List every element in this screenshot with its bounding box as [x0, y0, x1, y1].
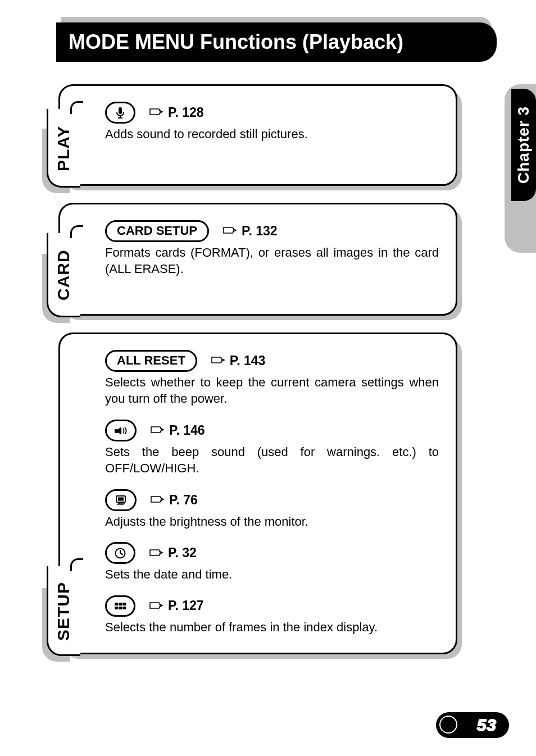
tab-play: PLAY — [47, 109, 80, 188]
svg-rect-11 — [119, 607, 122, 609]
page-ref: P. 127 — [149, 597, 204, 614]
section-card: CARD CARD SETUP P. 132 Formats cards (FO… — [58, 203, 457, 316]
pointer-icon — [222, 225, 238, 236]
page-ref: P. 32 — [149, 544, 197, 562]
pointer-icon — [149, 548, 165, 559]
svg-rect-3 — [115, 429, 118, 433]
chapter-label: Chapter 3 — [511, 89, 536, 201]
label-card-setup: CARD SETUP — [105, 220, 209, 242]
item-description: Sets the beep sound (used for warnings. … — [105, 444, 439, 477]
svg-rect-12 — [122, 607, 126, 609]
microphone-icon — [105, 102, 135, 124]
page-ref: P. 146 — [150, 422, 205, 439]
svg-rect-7 — [115, 603, 118, 605]
pointer-icon — [149, 600, 165, 612]
page-title: MODE MENU Functions (Playback) — [56, 22, 497, 62]
pointer-icon — [150, 494, 166, 505]
item-description: Adds sound to recorded still pictures. — [105, 126, 439, 143]
svg-rect-8 — [119, 603, 122, 605]
svg-rect-10 — [115, 607, 118, 609]
tab-card: CARD — [47, 233, 80, 317]
svg-rect-5 — [118, 498, 124, 501]
svg-rect-9 — [122, 603, 126, 605]
pointer-icon — [150, 425, 166, 436]
item-description: Formats cards (FORMAT), or erases all im… — [105, 244, 439, 277]
index-grid-icon — [105, 595, 135, 617]
svg-rect-0 — [119, 107, 122, 114]
pointer-icon — [211, 355, 226, 366]
item-description: Selects whether to keep the current came… — [105, 374, 439, 407]
clock-icon — [105, 542, 135, 564]
page-title-banner: MODE MENU Functions (Playback) — [56, 22, 497, 62]
label-all-reset: ALL RESET — [105, 350, 197, 372]
pointer-icon — [149, 107, 165, 118]
section-play: PLAY — [58, 84, 457, 186]
page-ref: P. 128 — [149, 104, 204, 121]
item-description: Sets the date and time. — [105, 566, 439, 583]
chapter-side-tab: Chapter 3 — [505, 84, 536, 253]
page-ref: P. 76 — [150, 491, 198, 509]
page-ref: P. 132 — [222, 222, 278, 240]
page-number-badge: 53 — [436, 712, 509, 738]
tab-setup: SETUP — [47, 566, 80, 656]
page-number: 53 — [477, 716, 497, 735]
beep-icon — [105, 420, 137, 441]
monitor-brightness-icon — [105, 489, 137, 511]
page-ref: P. 143 — [211, 352, 266, 370]
item-description: Selects the number of frames in the inde… — [105, 619, 439, 636]
item-description: Adjusts the brightness of the monitor. — [105, 513, 439, 530]
section-setup: SETUP ALL RESET P. 143 Selects whether t… — [58, 333, 457, 654]
